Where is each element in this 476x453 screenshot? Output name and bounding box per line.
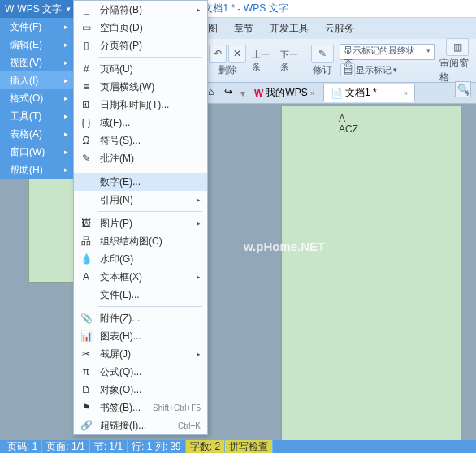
status-pages[interactable]: 页面: 1/1 [42, 440, 89, 454]
ribbon-tab[interactable]: 云服务 [317, 22, 362, 36]
classic-menu-bar: WWPS 文字 文件(F)▸编辑(E)▸视图(V)▸插入(I)▸格式(O)▸工具… [0, 0, 73, 179]
menu-icon: π [79, 365, 93, 378]
menu-item[interactable]: 编辑(E)▸ [0, 36, 73, 54]
menu-icon: 💧 [79, 252, 93, 265]
tab-document[interactable]: 📄 文档1 * × [323, 84, 415, 102]
menu-icon: 📎 [79, 312, 93, 325]
menu-icon: 🔗 [79, 419, 93, 432]
submenu-item[interactable]: 📎附件(Z)... [74, 309, 207, 327]
menu-icon: ⎯ [79, 3, 93, 16]
track-display-combo[interactable]: 显示标记的最终状态 [340, 44, 434, 60]
menu-item[interactable]: 窗口(W)▸ [0, 143, 73, 161]
submenu-item[interactable]: Ω符号(S)... [74, 132, 207, 149]
submenu-item[interactable]: 引用(N)▸ [74, 191, 207, 209]
arrow-icon[interactable]: ↪ [224, 86, 239, 101]
prev-comment[interactable]: 上一条 [252, 49, 277, 73]
menu-icon [79, 288, 93, 301]
submenu-item[interactable]: { }域(F)... [74, 114, 207, 132]
menu-icon: 🗓 [79, 98, 93, 111]
menu-icon: 🗋 [79, 383, 93, 396]
menu-icon: ▭ [79, 21, 93, 34]
app-title: WPS 文字 [244, 2, 288, 15]
show-marks-label[interactable]: 显示标记 [356, 64, 392, 76]
status-bar: 页码: 1 页面: 1/1 节: 1/1 行: 1 列: 39 字数: 2 拼写… [0, 440, 476, 453]
submenu-item[interactable]: 📊图表(H)... [74, 327, 207, 345]
new-tab-button[interactable]: + [465, 88, 474, 97]
right-doc-page[interactable]: A ACZ [281, 106, 461, 440]
menu-item[interactable]: 插入(I)▸ [0, 71, 73, 89]
menu-icon: ≡ [79, 80, 93, 93]
undo-button[interactable]: ↶ [209, 45, 227, 63]
menu-item[interactable]: 工具(T)▸ [0, 107, 73, 125]
doc-text: A ACZ [339, 114, 358, 135]
submenu-item[interactable]: ✎批注(M) [74, 149, 207, 167]
status-rowcol[interactable]: 行: 1 列: 39 [128, 440, 186, 454]
submenu-item[interactable]: π公式(Q)... [74, 363, 207, 381]
revise-button[interactable]: ✎ [311, 45, 334, 63]
menu-icon: # [79, 63, 93, 76]
submenu-item[interactable]: 🖼图片(P)▸ [74, 214, 207, 232]
review-pane-button[interactable]: ▥ [446, 38, 469, 56]
ribbon-tab[interactable]: 章节 [226, 22, 262, 36]
menu-icon [79, 175, 93, 188]
menu-icon: A [79, 270, 93, 283]
menu-icon: 品 [79, 235, 93, 248]
menu-item[interactable]: 帮助(H)▸ [0, 161, 73, 179]
delete-button[interactable]: ✕ [228, 45, 246, 63]
submenu-item[interactable]: ▯分页符(P) [74, 37, 207, 54]
submenu-item[interactable]: A文本框(X)▸ [74, 268, 207, 286]
home-icon[interactable]: ⌂ [208, 86, 223, 101]
submenu-item[interactable]: ✂截屏(J)▸ [74, 345, 207, 363]
menu-icon: { } [79, 116, 93, 129]
submenu-item[interactable]: 品组织结构图(C) [74, 232, 207, 250]
submenu-item[interactable]: ▭空白页(D) [74, 19, 207, 37]
tab-my-wps[interactable]: W 我的WPS × [247, 84, 322, 102]
status-words[interactable]: 字数: 2 [186, 440, 225, 454]
submenu-item[interactable]: 文件(L)... [74, 286, 207, 304]
menu-item[interactable]: 文件(F)▸ [0, 18, 73, 36]
submenu-item[interactable]: ⎯分隔符(B)▸ [74, 1, 207, 19]
menu-icon: Ω [79, 134, 93, 147]
status-section[interactable]: 节: 1/1 [90, 440, 128, 454]
insert-submenu: ⎯分隔符(B)▸▭空白页(D)▯分页符(P)#页码(U)≡页眉横线(W)🗓日期和… [73, 0, 208, 435]
submenu-item[interactable]: 🔗超链接(I)...Ctrl+K [74, 416, 207, 434]
doc-title: 文档1 * [203, 2, 235, 15]
app-menu-button[interactable]: WWPS 文字 [0, 0, 73, 18]
menu-item[interactable]: 格式(O)▸ [0, 89, 73, 107]
wps-icon: W [254, 88, 263, 99]
doc-icon: 📄 [331, 88, 343, 99]
next-comment[interactable]: 下一条 [280, 49, 305, 73]
submenu-item[interactable]: ⚑书签(B)...Shift+Ctrl+F5 [74, 399, 207, 416]
submenu-item[interactable]: 🗋对象(O)... [74, 381, 207, 399]
menu-icon: ✂ [79, 347, 93, 360]
status-page[interactable]: 页码: 1 [3, 440, 42, 454]
ribbon-tab[interactable]: 开发工具 [262, 22, 317, 36]
menu-icon: 🖼 [79, 217, 93, 230]
submenu-item[interactable]: 数字(E)... [74, 173, 207, 191]
menu-icon: 📊 [79, 330, 93, 343]
submenu-item[interactable]: #页码(U) [74, 60, 207, 78]
status-spell[interactable]: 拼写检查 [225, 440, 273, 454]
menu-item[interactable]: 视图(V)▸ [0, 54, 73, 71]
submenu-item[interactable]: 💧水印(G) [74, 250, 207, 268]
submenu-item[interactable]: 🗓日期和时间(T)... [74, 96, 207, 114]
submenu-item[interactable]: ≡页眉横线(W) [74, 78, 207, 96]
menu-icon: ▯ [79, 39, 93, 52]
menu-icon: ✎ [79, 152, 93, 165]
menu-item[interactable]: 表格(A)▸ [0, 125, 73, 143]
menu-icon: ⚑ [79, 401, 93, 414]
watermark: w.pHome.NET [244, 239, 325, 253]
menu-icon [79, 193, 93, 206]
